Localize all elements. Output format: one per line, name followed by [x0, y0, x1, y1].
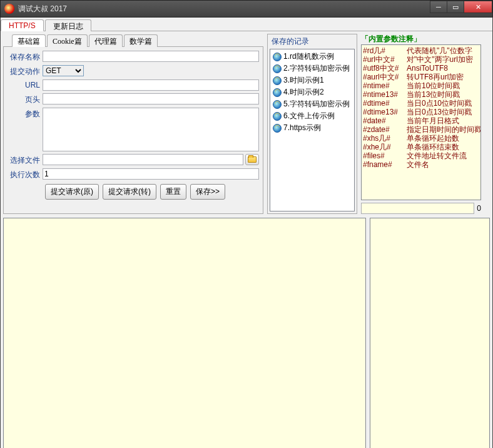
ie-icon	[273, 100, 282, 109]
paramhelp-val: 当前年月日格式	[407, 116, 459, 125]
record-item[interactable]: 1.rd随机数示例	[272, 51, 353, 63]
subtab-basic[interactable]: 基础篇	[12, 34, 46, 47]
record-item-label: 7.https示例	[283, 123, 321, 133]
record-item-label: 6.文件上传示例	[283, 111, 335, 121]
paramhelp-key: #xhs几#	[363, 134, 407, 143]
paramhelp-key: #date#	[363, 116, 407, 125]
file-label: 选择文件	[8, 154, 43, 166]
paramhelp-val: 当日0点13位时间戳	[407, 108, 472, 116]
file-input[interactable]	[43, 154, 243, 165]
ie-icon	[273, 64, 282, 73]
record-item[interactable]: 7.https示例	[272, 122, 353, 134]
record-item-label: 4.时间示例2	[283, 87, 324, 98]
paramhelp-key: #dtime#	[363, 99, 407, 108]
paramhelp-row: #date#当前年月日格式	[363, 116, 479, 125]
submit-raw-button[interactable]: 提交请求(原)	[45, 184, 99, 200]
records-title: 保存的记录	[268, 34, 357, 49]
submit-conv-button[interactable]: 提交请求(转)	[103, 184, 156, 200]
times-label: 执行次数	[8, 168, 43, 180]
paramhelp-row: #url中文#对"中文"两字url加密	[363, 55, 479, 64]
subtab-cookie[interactable]: Cookie篇	[47, 34, 88, 47]
record-item[interactable]: 6.文件上传示例	[272, 110, 353, 122]
app-icon	[4, 4, 14, 14]
record-item-label: 1.rd随机数示例	[283, 51, 334, 62]
param-textarea[interactable]	[43, 108, 259, 151]
paramhelp-val: 转UTF8再url加密	[407, 73, 464, 81]
subtab-math[interactable]: 数学篇	[124, 34, 158, 47]
paramhelp-val: 文件名	[407, 160, 429, 169]
folder-icon	[248, 156, 257, 163]
browse-button[interactable]	[245, 154, 259, 165]
paramhelp-key: #xhe几#	[363, 143, 407, 151]
titlebar: 调试大叔 2017 ─ ▭ ✕	[0, 0, 493, 18]
paramhelp-row: #files#文件地址转文件流	[363, 151, 479, 160]
paramhelp-val: 代表随机"几"位数字	[407, 46, 472, 55]
paramhelp-row: #zdate#指定日期时间的时间戳	[363, 125, 479, 134]
paramhelp-val: 单条循环结束数	[407, 143, 459, 151]
url-label: URL	[8, 79, 43, 89]
form-panel: 保存名称 提交动作 GET URL 页头	[3, 46, 263, 214]
record-item[interactable]: 4.时间示例2	[272, 86, 353, 98]
paramhelp-val: AnsiToUTF8	[407, 64, 448, 73]
header-input[interactable]	[43, 93, 259, 104]
paramhelp-key: #ntime13#	[363, 90, 407, 99]
paramhelp-key: #utf8中文#	[363, 64, 407, 73]
tab-updatelog[interactable]: 更新日志	[45, 19, 91, 31]
records-list[interactable]: 1.rd随机数示例2.字符转码加密示例3.时间示例14.时间示例25.字符转码加…	[270, 49, 355, 211]
close-button[interactable]: ✕	[464, 1, 492, 13]
ie-icon	[273, 124, 282, 133]
ie-icon	[273, 88, 282, 97]
maximize-button[interactable]: ▭	[447, 1, 464, 13]
record-item-label: 2.字符转码加密示例	[283, 63, 350, 74]
tab-http[interactable]: HTTP/S	[1, 19, 44, 31]
times-input[interactable]	[43, 168, 259, 180]
main-tabs: HTTP/S 更新日志	[1, 18, 492, 31]
param-label: 参数	[8, 108, 43, 120]
paramhelp-key: #fname#	[363, 160, 407, 169]
ie-icon	[273, 76, 282, 85]
window-title: 调试大叔 2017	[18, 4, 430, 14]
paramhelp-row: #dtime#当日0点10位时间戳	[363, 99, 479, 108]
url-input[interactable]	[43, 79, 259, 91]
paramhelp-key: #url中文#	[363, 55, 407, 64]
paramhelp-val: 指定日期时间的时间戳	[407, 125, 481, 134]
paramhelp-val: 当前10位时间戳	[407, 81, 460, 90]
action-select[interactable]: GET	[43, 65, 84, 76]
paramhelp-val: 当前13位时间戳	[407, 90, 460, 99]
reset-button[interactable]: 重置	[160, 184, 186, 200]
record-item[interactable]: 2.字符转码加密示例	[272, 63, 353, 74]
paramhelp-title: 「内置参数注释」	[361, 34, 481, 44]
paramhelp-row: #dtime13#当日0点13位时间戳	[363, 108, 479, 116]
record-item[interactable]: 5.字符转码加密示例	[272, 98, 353, 110]
record-item[interactable]: 3.时间示例1	[272, 74, 353, 86]
paramhelp-row: #rd几#代表随机"几"位数字	[363, 46, 479, 55]
paramhelp-row: #fname#文件名	[363, 160, 479, 169]
records-panel: 保存的记录 1.rd随机数示例2.字符转码加密示例3.时间示例14.时间示例25…	[267, 34, 357, 214]
savename-label: 保存名称	[8, 51, 43, 63]
output-left[interactable]	[3, 218, 366, 448]
paramhelp-search-input[interactable]	[361, 203, 474, 214]
paramhelp-key: #rd几#	[363, 46, 407, 55]
paramhelp-key: #aurl中文#	[363, 73, 407, 81]
minimize-button[interactable]: ─	[430, 1, 447, 13]
output-right[interactable]	[370, 218, 490, 448]
header-label: 页头	[8, 93, 43, 105]
save-button[interactable]: 保存>>	[190, 184, 225, 200]
paramhelp-val: 对"中文"两字url加密	[407, 55, 473, 64]
paramhelp-row: #aurl中文#转UTF8再url加密	[363, 73, 479, 81]
sub-tabs: 基础篇 Cookie篇 代理篇 数学篇	[12, 34, 263, 46]
paramhelp-val: 当日0点10位时间戳	[407, 99, 472, 108]
savename-input[interactable]	[43, 51, 259, 62]
record-item-label: 3.时间示例1	[283, 75, 324, 86]
subtab-proxy[interactable]: 代理篇	[89, 34, 123, 47]
window-buttons: ─ ▭ ✕	[430, 1, 492, 13]
paramhelp-row: #ntime13#当前13位时间戳	[363, 90, 479, 99]
paramhelp-val: 单条循环起始数	[407, 134, 459, 143]
paramhelp-counter: 0	[477, 204, 481, 213]
paramhelp-box: #rd几#代表随机"几"位数字#url中文#对"中文"两字url加密#utf8中…	[361, 44, 481, 200]
ie-icon	[273, 112, 282, 121]
paramhelp-row: #xhs几#单条循环起始数	[363, 134, 479, 143]
paramhelp-row: #utf8中文#AnsiToUTF8	[363, 64, 479, 73]
record-item-label: 5.字符转码加密示例	[283, 99, 350, 109]
ie-icon	[273, 53, 282, 61]
